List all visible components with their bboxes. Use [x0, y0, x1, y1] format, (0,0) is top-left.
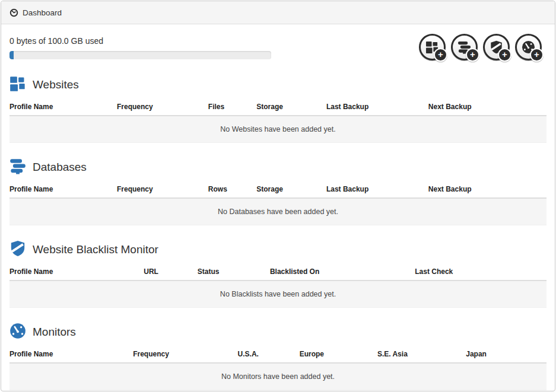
column-header: Europe	[300, 347, 377, 363]
section-blacklist-monitor: Website Blacklist Monitor Profile Name U…	[9, 240, 547, 308]
section-databases: Databases Profile Name Frequency Rows St…	[9, 158, 547, 225]
websites-table-header-row: Profile Name Frequency Files Storage Las…	[9, 100, 547, 116]
column-header: Frequency	[133, 347, 237, 363]
empty-state-message: No Databases have been added yet.	[9, 198, 547, 225]
section-title: Websites	[33, 78, 79, 91]
column-header: Frequency	[117, 182, 208, 198]
column-header: U.S.A.	[238, 347, 300, 363]
gauge-icon	[9, 323, 26, 342]
column-header: Last Backup	[326, 182, 428, 198]
add-website-button[interactable]: +	[419, 34, 446, 60]
databases-icon	[9, 158, 26, 177]
column-header: S.E. Asia	[377, 347, 466, 363]
column-header: Blacklisted On	[270, 264, 415, 281]
dashboard-page: Dashboard 0 bytes of 100.0 GB used +	[1, 1, 555, 391]
plus-icon: +	[466, 48, 479, 62]
empty-state-message: No Websites have been added yet.	[9, 116, 547, 143]
column-header: Profile Name	[9, 182, 117, 198]
usage-and-actions-row: 0 bytes of 100.0 GB used + +	[9, 28, 547, 60]
section-websites-header: Websites	[9, 75, 547, 94]
column-header: Status	[198, 264, 270, 281]
column-header: Profile Name	[9, 347, 133, 363]
plus-icon: +	[498, 48, 511, 62]
page-header: Dashboard	[1, 1, 555, 24]
empty-state-row: No Websites have been added yet.	[9, 116, 547, 143]
column-header: Storage	[256, 100, 326, 116]
column-header: Last Backup	[326, 100, 428, 116]
databases-table: Profile Name Frequency Rows Storage Last…	[9, 182, 547, 225]
add-monitor-button[interactable]: +	[515, 34, 542, 60]
shield-icon	[9, 240, 26, 259]
blacklist-table: Profile Name URL Status Blacklisted On L…	[9, 264, 547, 308]
column-header: Next Backup	[428, 100, 547, 116]
page-title: Dashboard	[23, 8, 62, 17]
empty-state-row: No Databases have been added yet.	[9, 198, 547, 225]
section-title: Website Blacklist Monitor	[33, 243, 158, 256]
add-blacklist-monitor-button[interactable]: +	[483, 34, 510, 60]
storage-progress-bar	[9, 51, 271, 59]
empty-state-row: No Blacklists have been added yet.	[9, 281, 547, 308]
column-header: Last Check	[415, 264, 547, 281]
add-database-button[interactable]: +	[451, 34, 478, 60]
storage-usage: 0 bytes of 100.0 GB used	[9, 28, 271, 59]
storage-progress-fill	[9, 51, 14, 59]
websites-icon	[9, 75, 26, 94]
section-databases-header: Databases	[9, 158, 547, 177]
column-header: Profile Name	[9, 264, 144, 281]
column-header: Profile Name	[9, 100, 117, 116]
column-header: Storage	[256, 182, 326, 198]
section-websites: Websites Profile Name Frequency Files St…	[9, 75, 547, 143]
column-header: URL	[144, 264, 198, 281]
column-header: Rows	[208, 182, 256, 198]
section-monitors: Monitors Profile Name Frequency U.S.A. E…	[9, 323, 547, 390]
monitors-table: Profile Name Frequency U.S.A. Europe S.E…	[9, 347, 547, 390]
section-title: Databases	[33, 161, 87, 174]
websites-table: Profile Name Frequency Files Storage Las…	[9, 100, 547, 143]
storage-usage-label: 0 bytes of 100.0 GB used	[9, 36, 271, 46]
plus-icon: +	[434, 48, 447, 62]
column-header: Files	[208, 100, 256, 116]
empty-state-message: No Blacklists have been added yet.	[9, 281, 547, 308]
section-monitors-header: Monitors	[9, 323, 547, 342]
plus-icon: +	[530, 48, 544, 62]
blacklist-table-header-row: Profile Name URL Status Blacklisted On L…	[9, 264, 547, 281]
section-title: Monitors	[33, 326, 76, 339]
gauge-clock-icon	[9, 8, 18, 17]
empty-state-row: No Monitors have been added yet.	[9, 363, 547, 390]
quick-add-toolbar: + + + +	[419, 28, 547, 60]
column-header: Frequency	[117, 100, 208, 116]
databases-table-header-row: Profile Name Frequency Rows Storage Last…	[9, 182, 547, 198]
column-header: Japan	[466, 347, 547, 363]
column-header: Next Backup	[428, 182, 547, 198]
section-blacklist-header: Website Blacklist Monitor	[9, 240, 547, 259]
monitors-table-header-row: Profile Name Frequency U.S.A. Europe S.E…	[9, 347, 547, 363]
empty-state-message: No Monitors have been added yet.	[9, 363, 547, 390]
